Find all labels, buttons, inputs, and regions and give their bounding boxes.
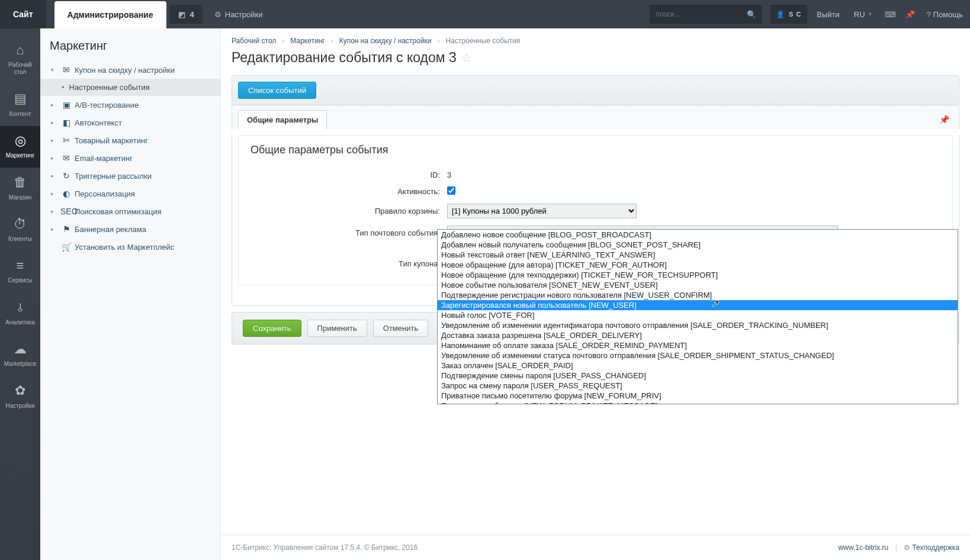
- dropdown-option-17[interactable]: Приватное сообщение [NEW_FORUM_PRIVATE_M…: [438, 401, 958, 404]
- checkbox-active[interactable]: [447, 186, 455, 195]
- tree-item-label: Email-маркетинг: [75, 154, 133, 163]
- crumb-1[interactable]: Маркетинг: [290, 37, 325, 45]
- sidebar-item-10[interactable]: 🛒Установить из Маркетплейс: [40, 238, 220, 256]
- tree-item-icon: SEO: [60, 207, 72, 216]
- tree-toggle-icon[interactable]: ▾: [51, 67, 58, 73]
- page-title: Редактирование события с кодом 3 ☆: [221, 50, 970, 75]
- sidebar-item-7[interactable]: ▸◐Персонализация: [40, 185, 220, 202]
- dropdown-option-1[interactable]: Добавлен новый получатель сообщения [BLO…: [438, 240, 958, 250]
- pin-panel-icon[interactable]: 📌: [939, 115, 953, 124]
- rail-icon: ◎: [15, 133, 26, 149]
- rail-item-1[interactable]: ▤Контент: [0, 84, 40, 125]
- cancel-button[interactable]: Отменить: [373, 320, 428, 337]
- tree-item-label: Установить из Маркетплейс: [75, 243, 174, 252]
- crumb-separator: ›: [432, 37, 446, 45]
- dropdown-option-11[interactable]: Напоминание об оплате заказа [SALE_ORDER…: [438, 340, 958, 350]
- help-icon: ?: [927, 10, 931, 19]
- help-link[interactable]: ? Помощь: [920, 0, 970, 28]
- sidebar-item-6[interactable]: ▸↻Триггерные рассылки: [40, 167, 220, 185]
- dropdown-option-13[interactable]: Заказ оплачен [SALE_ORDER_PAID]: [438, 361, 958, 371]
- user-initials: S C: [789, 11, 801, 18]
- footer-support-link[interactable]: Техподдержка: [912, 543, 959, 552]
- rail-label: Контент: [9, 111, 31, 118]
- tab-general[interactable]: Общие параметры: [238, 110, 327, 129]
- rail-item-8[interactable]: ✿Настройки: [0, 376, 40, 417]
- crumb-0[interactable]: Рабочий стол: [232, 37, 276, 45]
- rail-icon: ≡: [17, 258, 24, 273]
- lang-selector[interactable]: RU ▼: [847, 0, 880, 28]
- save-button[interactable]: Сохранить: [243, 320, 301, 337]
- rail-item-5[interactable]: ≡Сервисы: [0, 251, 40, 292]
- breadcrumb: Рабочий стол›Маркетинг›Купон на скидку /…: [221, 28, 970, 50]
- keyboard-icon[interactable]: ⌨: [880, 0, 901, 28]
- tree-item-icon: ◧: [60, 118, 72, 127]
- favorite-star-icon[interactable]: ☆: [461, 51, 472, 65]
- search-box[interactable]: 🔍: [650, 5, 762, 24]
- rail-item-3[interactable]: 🗑Магазин: [0, 168, 40, 209]
- sidebar: Маркетинг ▾✉Купон на скидку / настройкиН…: [40, 28, 221, 560]
- sidebar-item-2[interactable]: ▸▣A/B-тестирование: [40, 96, 220, 114]
- dropdown-option-5[interactable]: Новое событие пользователя [SONET_NEW_EV…: [438, 280, 958, 290]
- sidebar-item-9[interactable]: ▸⚑Баннерная реклама: [40, 220, 220, 238]
- tree-item-label: Баннерная реклама: [75, 225, 146, 234]
- event-type-dropdown[interactable]: Добавлено новое сообщение [BLOG_POST_BRO…: [437, 229, 958, 404]
- tree-item-icon: ↻: [60, 171, 72, 181]
- rail-item-7[interactable]: ☁Marketplace: [0, 334, 40, 376]
- footer-site-link[interactable]: www.1c-bitrix.ru: [839, 543, 889, 552]
- tree-toggle-icon[interactable]: ▸: [51, 102, 58, 108]
- tree-toggle-icon[interactable]: ▸: [51, 191, 58, 197]
- crumb-2[interactable]: Купон на скидку / настройки: [339, 37, 432, 45]
- notifications-button[interactable]: ◩ 4: [170, 5, 203, 24]
- tree-item-label: Купон на скидку / настройки: [75, 66, 175, 75]
- sidebar-item-0[interactable]: ▾✉Купон на скидку / настройки: [40, 61, 220, 79]
- dropdown-option-4[interactable]: Новое обращение (для техподдержки) [TICK…: [438, 270, 958, 280]
- rail-icon: ▤: [14, 91, 27, 107]
- rail-icon: ✿: [15, 383, 25, 398]
- dropdown-option-7[interactable]: Зарегистрировался новый пользователь [NE…: [438, 300, 958, 310]
- rail-item-4[interactable]: ⏱Клиенты: [0, 210, 40, 251]
- search-icon[interactable]: 🔍: [747, 10, 756, 19]
- sidebar-item-8[interactable]: ▸SEOПоисковая оптимизация: [40, 202, 220, 220]
- panel-heading: Общие параметры события: [239, 136, 952, 167]
- tab-site[interactable]: Сайт: [0, 0, 46, 28]
- user-menu[interactable]: 👤 S C: [770, 5, 807, 24]
- rail-icon: ⌂: [16, 43, 24, 58]
- sidebar-item-1[interactable]: Настроенные события: [40, 79, 220, 96]
- dropdown-option-15[interactable]: Запрос на смену пароля [USER_PASS_REQUES…: [438, 381, 958, 391]
- tree-toggle-icon[interactable]: ▸: [51, 226, 58, 232]
- rail-icon: 🗑: [14, 175, 27, 190]
- dropdown-option-6[interactable]: Подтверждение регистрации нового пользов…: [438, 290, 958, 300]
- dropdown-option-12[interactable]: Уведомление об изменении статуса почтово…: [438, 350, 958, 361]
- tree-toggle-icon[interactable]: ▸: [51, 120, 58, 125]
- rail-item-0[interactable]: ⌂Рабочий стол: [0, 36, 40, 84]
- tree-item-label: Товарный маркетинг: [75, 136, 148, 145]
- sidebar-heading: Маркетинг: [40, 37, 220, 61]
- event-list-button[interactable]: Список событий: [238, 82, 316, 99]
- tree-item-label: Персонализация: [75, 189, 135, 198]
- search-input[interactable]: [656, 10, 747, 18]
- pin-icon[interactable]: 📌: [901, 0, 920, 28]
- tree-toggle-icon[interactable]: ▸: [51, 137, 58, 143]
- dropdown-option-2[interactable]: Новый текстовый ответ [NEW_LEARNING_TEXT…: [438, 250, 958, 260]
- rail-label: Аналитика: [5, 319, 35, 326]
- dropdown-option-3[interactable]: Новое обращение (для автора) [TICKET_NEW…: [438, 260, 958, 270]
- dropdown-option-8[interactable]: Новый голос [VOTE_FOR]: [438, 310, 958, 320]
- tree-toggle-icon[interactable]: ▸: [51, 173, 58, 179]
- logout-link[interactable]: Выйти: [810, 0, 847, 28]
- dropdown-option-16[interactable]: Приватное письмо посетителю форума [NEW_…: [438, 391, 958, 401]
- dropdown-option-10[interactable]: Доставка заказа разрешена [SALE_ORDER_DE…: [438, 330, 958, 340]
- select-rule[interactable]: [1] Купоны на 1000 рублей: [447, 204, 637, 218]
- apply-button[interactable]: Применить: [307, 320, 367, 337]
- dropdown-option-14[interactable]: Подтверждение смены пароля [USER_PASS_CH…: [438, 371, 958, 381]
- tab-admin[interactable]: Администрирование: [54, 1, 166, 28]
- tree-toggle-icon[interactable]: ▸: [51, 155, 58, 161]
- sidebar-item-4[interactable]: ▸✄Товарный маркетинг: [40, 131, 220, 149]
- rail-item-2[interactable]: ◎Маркетинг: [0, 126, 40, 168]
- tree-toggle-icon[interactable]: ▸: [51, 208, 58, 214]
- sidebar-item-3[interactable]: ▸◧Автоконтекст: [40, 114, 220, 131]
- settings-link[interactable]: ⚙ Настройки: [206, 0, 271, 28]
- rail-item-6[interactable]: ⫰Аналитика: [0, 292, 40, 334]
- dropdown-option-0[interactable]: Добавлено новое сообщение [BLOG_POST_BRO…: [438, 230, 958, 240]
- sidebar-item-5[interactable]: ▸✉Email-маркетинг: [40, 149, 220, 167]
- dropdown-option-9[interactable]: Уведомление об изменении идентификатора …: [438, 320, 958, 330]
